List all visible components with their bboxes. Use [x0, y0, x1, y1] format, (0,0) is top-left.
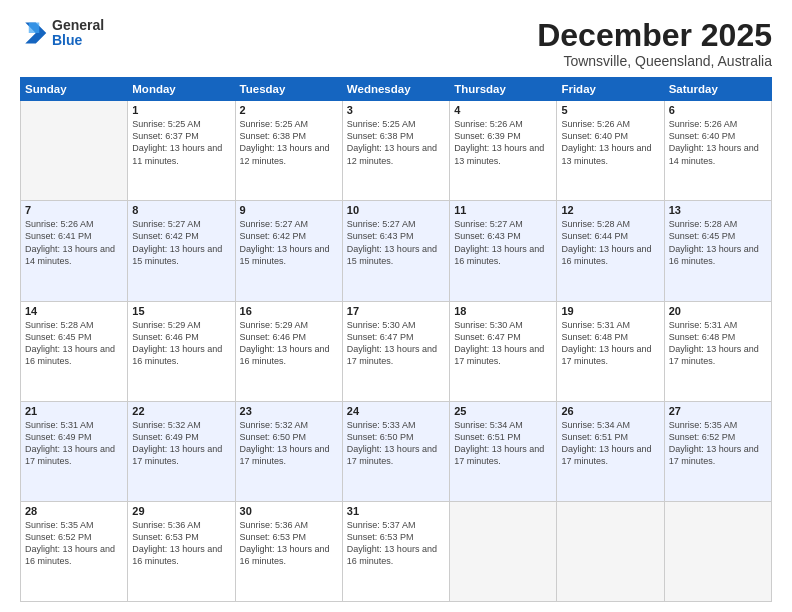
table-row: 9 Sunrise: 5:27 AMSunset: 6:42 PMDayligh…	[235, 201, 342, 301]
day-number: 27	[669, 405, 767, 417]
day-info: Sunrise: 5:35 AMSunset: 6:52 PMDaylight:…	[669, 420, 759, 466]
day-number: 8	[132, 204, 230, 216]
day-number: 18	[454, 305, 552, 317]
calendar-page: General Blue December 2025 Townsville, Q…	[0, 0, 792, 612]
day-number: 15	[132, 305, 230, 317]
table-row: 4 Sunrise: 5:26 AMSunset: 6:39 PMDayligh…	[450, 101, 557, 201]
table-row: 17 Sunrise: 5:30 AMSunset: 6:47 PMDaylig…	[342, 301, 449, 401]
location: Townsville, Queensland, Australia	[537, 53, 772, 69]
col-friday: Friday	[557, 78, 664, 101]
day-info: Sunrise: 5:30 AMSunset: 6:47 PMDaylight:…	[347, 320, 437, 366]
logo-blue: Blue	[52, 33, 104, 48]
day-info: Sunrise: 5:37 AMSunset: 6:53 PMDaylight:…	[347, 520, 437, 566]
table-row: 27 Sunrise: 5:35 AMSunset: 6:52 PMDaylig…	[664, 401, 771, 501]
day-number: 24	[347, 405, 445, 417]
day-number: 25	[454, 405, 552, 417]
day-info: Sunrise: 5:27 AMSunset: 6:42 PMDaylight:…	[240, 219, 330, 265]
table-row: 29 Sunrise: 5:36 AMSunset: 6:53 PMDaylig…	[128, 501, 235, 601]
day-number: 22	[132, 405, 230, 417]
table-row: 15 Sunrise: 5:29 AMSunset: 6:46 PMDaylig…	[128, 301, 235, 401]
col-monday: Monday	[128, 78, 235, 101]
table-row: 24 Sunrise: 5:33 AMSunset: 6:50 PMDaylig…	[342, 401, 449, 501]
day-info: Sunrise: 5:28 AMSunset: 6:44 PMDaylight:…	[561, 219, 651, 265]
col-wednesday: Wednesday	[342, 78, 449, 101]
day-number: 29	[132, 505, 230, 517]
day-number: 5	[561, 104, 659, 116]
day-info: Sunrise: 5:34 AMSunset: 6:51 PMDaylight:…	[454, 420, 544, 466]
day-number: 16	[240, 305, 338, 317]
table-row: 19 Sunrise: 5:31 AMSunset: 6:48 PMDaylig…	[557, 301, 664, 401]
day-number: 11	[454, 204, 552, 216]
day-number: 12	[561, 204, 659, 216]
day-number: 23	[240, 405, 338, 417]
table-row: 2 Sunrise: 5:25 AMSunset: 6:38 PMDayligh…	[235, 101, 342, 201]
logo-text: General Blue	[52, 18, 104, 49]
day-info: Sunrise: 5:25 AMSunset: 6:37 PMDaylight:…	[132, 119, 222, 165]
day-number: 4	[454, 104, 552, 116]
day-info: Sunrise: 5:27 AMSunset: 6:42 PMDaylight:…	[132, 219, 222, 265]
calendar-table: Sunday Monday Tuesday Wednesday Thursday…	[20, 77, 772, 602]
day-info: Sunrise: 5:36 AMSunset: 6:53 PMDaylight:…	[132, 520, 222, 566]
day-info: Sunrise: 5:25 AMSunset: 6:38 PMDaylight:…	[240, 119, 330, 165]
day-number: 14	[25, 305, 123, 317]
svg-marker-1	[29, 23, 40, 34]
day-info: Sunrise: 5:30 AMSunset: 6:47 PMDaylight:…	[454, 320, 544, 366]
day-number: 9	[240, 204, 338, 216]
day-number: 21	[25, 405, 123, 417]
calendar-row: 28 Sunrise: 5:35 AMSunset: 6:52 PMDaylig…	[21, 501, 772, 601]
calendar-row: 21 Sunrise: 5:31 AMSunset: 6:49 PMDaylig…	[21, 401, 772, 501]
day-info: Sunrise: 5:26 AMSunset: 6:40 PMDaylight:…	[669, 119, 759, 165]
table-row: 12 Sunrise: 5:28 AMSunset: 6:44 PMDaylig…	[557, 201, 664, 301]
col-saturday: Saturday	[664, 78, 771, 101]
calendar-row: 1 Sunrise: 5:25 AMSunset: 6:37 PMDayligh…	[21, 101, 772, 201]
table-row	[21, 101, 128, 201]
calendar-row: 14 Sunrise: 5:28 AMSunset: 6:45 PMDaylig…	[21, 301, 772, 401]
day-info: Sunrise: 5:31 AMSunset: 6:48 PMDaylight:…	[561, 320, 651, 366]
day-number: 1	[132, 104, 230, 116]
day-info: Sunrise: 5:26 AMSunset: 6:39 PMDaylight:…	[454, 119, 544, 165]
day-number: 10	[347, 204, 445, 216]
day-info: Sunrise: 5:26 AMSunset: 6:40 PMDaylight:…	[561, 119, 651, 165]
table-row: 31 Sunrise: 5:37 AMSunset: 6:53 PMDaylig…	[342, 501, 449, 601]
table-row: 11 Sunrise: 5:27 AMSunset: 6:43 PMDaylig…	[450, 201, 557, 301]
day-number: 6	[669, 104, 767, 116]
day-info: Sunrise: 5:27 AMSunset: 6:43 PMDaylight:…	[347, 219, 437, 265]
day-info: Sunrise: 5:29 AMSunset: 6:46 PMDaylight:…	[132, 320, 222, 366]
day-info: Sunrise: 5:35 AMSunset: 6:52 PMDaylight:…	[25, 520, 115, 566]
table-row: 7 Sunrise: 5:26 AMSunset: 6:41 PMDayligh…	[21, 201, 128, 301]
col-sunday: Sunday	[21, 78, 128, 101]
logo: General Blue	[20, 18, 104, 49]
table-row: 30 Sunrise: 5:36 AMSunset: 6:53 PMDaylig…	[235, 501, 342, 601]
table-row: 20 Sunrise: 5:31 AMSunset: 6:48 PMDaylig…	[664, 301, 771, 401]
day-info: Sunrise: 5:27 AMSunset: 6:43 PMDaylight:…	[454, 219, 544, 265]
day-info: Sunrise: 5:28 AMSunset: 6:45 PMDaylight:…	[25, 320, 115, 366]
table-row: 23 Sunrise: 5:32 AMSunset: 6:50 PMDaylig…	[235, 401, 342, 501]
day-number: 2	[240, 104, 338, 116]
day-number: 7	[25, 204, 123, 216]
day-info: Sunrise: 5:33 AMSunset: 6:50 PMDaylight:…	[347, 420, 437, 466]
table-row	[664, 501, 771, 601]
table-row	[450, 501, 557, 601]
day-number: 20	[669, 305, 767, 317]
col-tuesday: Tuesday	[235, 78, 342, 101]
day-info: Sunrise: 5:32 AMSunset: 6:49 PMDaylight:…	[132, 420, 222, 466]
page-header: General Blue December 2025 Townsville, Q…	[20, 18, 772, 69]
table-row: 3 Sunrise: 5:25 AMSunset: 6:38 PMDayligh…	[342, 101, 449, 201]
title-section: December 2025 Townsville, Queensland, Au…	[537, 18, 772, 69]
day-number: 31	[347, 505, 445, 517]
table-row: 26 Sunrise: 5:34 AMSunset: 6:51 PMDaylig…	[557, 401, 664, 501]
table-row: 16 Sunrise: 5:29 AMSunset: 6:46 PMDaylig…	[235, 301, 342, 401]
day-info: Sunrise: 5:31 AMSunset: 6:49 PMDaylight:…	[25, 420, 115, 466]
logo-icon	[20, 19, 48, 47]
day-info: Sunrise: 5:32 AMSunset: 6:50 PMDaylight:…	[240, 420, 330, 466]
month-title: December 2025	[537, 18, 772, 53]
table-row: 1 Sunrise: 5:25 AMSunset: 6:37 PMDayligh…	[128, 101, 235, 201]
table-row: 6 Sunrise: 5:26 AMSunset: 6:40 PMDayligh…	[664, 101, 771, 201]
table-row: 5 Sunrise: 5:26 AMSunset: 6:40 PMDayligh…	[557, 101, 664, 201]
day-number: 3	[347, 104, 445, 116]
calendar-header-row: Sunday Monday Tuesday Wednesday Thursday…	[21, 78, 772, 101]
day-number: 13	[669, 204, 767, 216]
table-row: 10 Sunrise: 5:27 AMSunset: 6:43 PMDaylig…	[342, 201, 449, 301]
day-number: 26	[561, 405, 659, 417]
day-number: 30	[240, 505, 338, 517]
